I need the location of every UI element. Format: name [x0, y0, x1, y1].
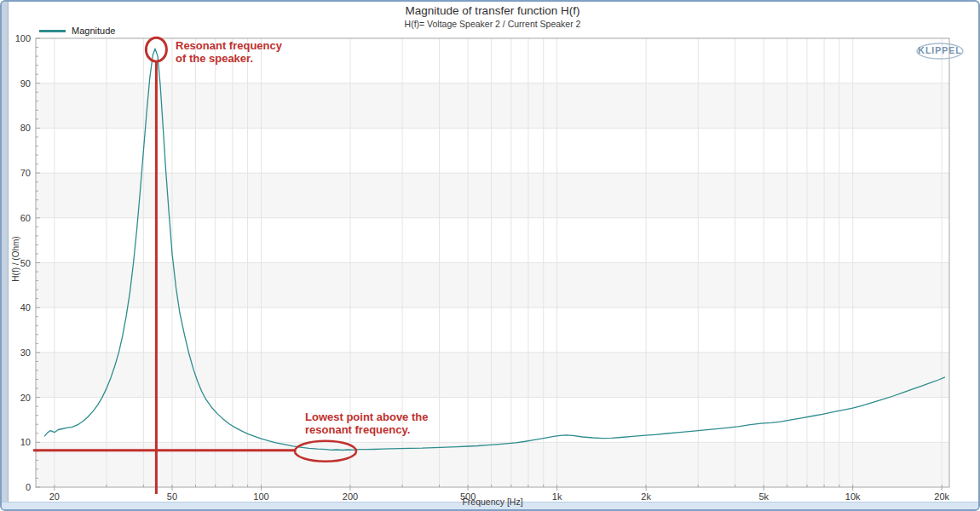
y-tick-label: 40: [20, 302, 31, 313]
x-tick-label: 50: [167, 491, 177, 502]
x-tick-label: 200: [343, 491, 358, 502]
y-tick-label: 50: [20, 258, 31, 268]
x-tick-label: 2k: [641, 491, 651, 502]
y-tick-label: 100: [15, 33, 31, 43]
annotation-resonant-frequency: Resonant frequency of the speaker.: [176, 39, 282, 65]
x-tick-label: 20k: [934, 491, 949, 502]
transfer-function-chart: 010203040506070809010020501002005001k2k5…: [2, 2, 980, 511]
y-tick-label: 80: [20, 123, 31, 133]
annotation-line: of the speaker.: [176, 52, 253, 65]
x-tick-label: 20: [49, 491, 60, 502]
x-tick-label: 10k: [845, 491, 861, 502]
annotation-line: Lowest point above the: [305, 411, 428, 423]
x-tick-label: 5k: [758, 491, 769, 502]
chart-title: Magnitude of transfer function H(f): [406, 4, 580, 17]
y-tick-label: 10: [20, 437, 31, 447]
left-panel-edge: [2, 2, 9, 509]
legend-line-swatch: [39, 30, 66, 32]
band: [36, 173, 949, 218]
legend-item-magnitude[interactable]: Magnitude: [39, 26, 115, 36]
resonance-peak-circle: [146, 37, 166, 61]
y-tick-label: 60: [20, 213, 31, 223]
x-tick-label: 100: [253, 491, 268, 502]
x-axis-title: Frequency [Hz]: [462, 497, 522, 507]
band: [36, 263, 949, 308]
annotation-lowest-point: Lowest point above the resonant frequenc…: [305, 411, 428, 436]
annotation-line: Resonant frequency: [176, 39, 282, 52]
legend-label: Magnitude: [72, 26, 115, 36]
y-tick-label: 20: [20, 393, 31, 403]
band: [36, 353, 949, 398]
annotation-line: resonant frequency.: [305, 423, 410, 436]
y-tick-label: 30: [20, 347, 31, 358]
x-tick-label: 1k: [552, 491, 562, 502]
y-tick-label: 0: [26, 482, 31, 492]
band: [36, 442, 949, 487]
klippel-logo-text: KLIPPEL: [918, 45, 961, 55]
y-axis-title: H(f) / (Ohm): [11, 236, 20, 281]
band: [36, 83, 949, 129]
klippel-logo: KLIPPEL: [915, 39, 965, 61]
y-tick-label: 90: [20, 78, 31, 89]
klippel-measurement-window: 010203040506070809010020501002005001k2k5…: [0, 0, 980, 511]
y-tick-label: 70: [20, 168, 31, 178]
chart-subtitle: H(f)= Voltage Speaker 2 / Current Speake…: [405, 19, 581, 29]
